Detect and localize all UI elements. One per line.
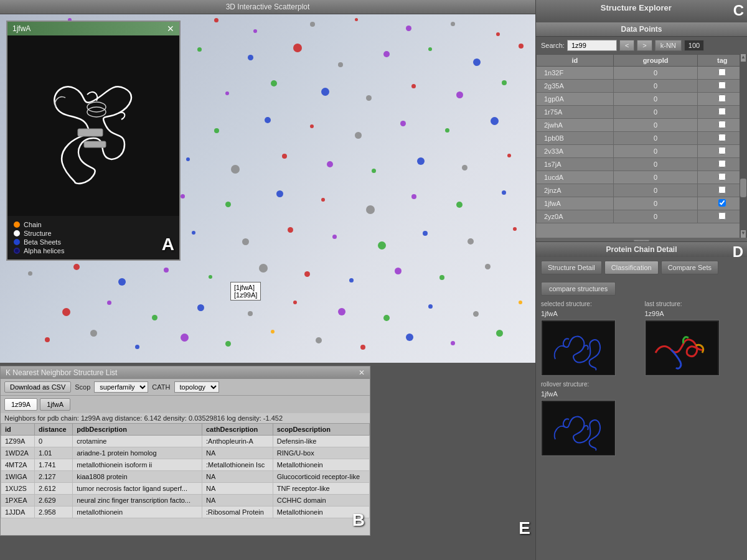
prev-button[interactable]: <	[619, 40, 634, 51]
dp-table-row[interactable]: 1s7jA 0	[537, 158, 747, 171]
legend-alpha-dot	[14, 248, 20, 254]
section-label-c: C	[733, 2, 744, 19]
section-label-b: B	[352, 510, 365, 530]
protein-viewer-close[interactable]: ✕	[167, 24, 174, 34]
next-button[interactable]: >	[637, 40, 652, 51]
dp-table-row[interactable]: 1ucdA 0	[537, 171, 747, 184]
dp-scroll-down[interactable]: ▼	[741, 230, 746, 238]
dp-tag-checkbox[interactable]	[718, 82, 726, 89]
scatter-dot	[209, 275, 212, 279]
dp-tag-checkbox[interactable]	[718, 134, 726, 141]
tab-classification[interactable]: Classification	[604, 261, 659, 274]
legend-structure-dot	[14, 230, 20, 236]
knn-cell-distance: 0	[35, 436, 73, 447]
dp-tag-checkbox[interactable]	[718, 199, 726, 207]
knn-table-container[interactable]: id distance pdbDescription cathDescripti…	[1, 423, 370, 535]
dp-tag-checkbox[interactable]	[718, 121, 726, 128]
tab-structure-detail[interactable]: Structure Detail	[541, 261, 602, 274]
compare-structures-button[interactable]: compare structures	[541, 282, 616, 296]
scatter-dot	[355, 132, 362, 139]
knn-table-row[interactable]: 1JJDA 2.958 metallothionein :Ribosomal P…	[1, 506, 370, 518]
dp-tag-checkbox[interactable]	[718, 95, 726, 102]
knn-cell-pdb: ariadne-1 protein homolog	[73, 447, 202, 459]
dp-tag-checkbox[interactable]	[718, 147, 726, 154]
scatter-dot	[491, 117, 499, 125]
scatterplot-title: 3D Interactive Scatterplot	[0, 0, 535, 14]
dp-table-row[interactable]: 2jnzA 0	[537, 184, 747, 197]
knn-title: K Nearest Neighbor Structure List	[6, 368, 117, 377]
scatter-dot	[271, 330, 275, 334]
dp-cell-groupid: 0	[613, 106, 698, 119]
dp-table-row[interactable]: 1n32F 0	[537, 67, 747, 80]
scatter-dot	[90, 330, 97, 337]
scop-select[interactable]: superfamily	[94, 381, 148, 393]
knn-col-scop: scopDescription	[273, 424, 369, 436]
download-csv-button[interactable]: Download as CSV	[4, 381, 71, 393]
dp-scroll-up[interactable]: ▲	[741, 54, 746, 62]
scatter-dot	[310, 22, 315, 27]
dp-tag-checkbox[interactable]	[718, 212, 726, 220]
dp-tag-checkbox[interactable]	[718, 160, 726, 167]
knn-table-row[interactable]: 1PXEA 2.629 neural zinc finger transcrip…	[1, 495, 370, 506]
knn-table-row[interactable]: 1WIGA 2.127 kiaa1808 protein NA Glucocor…	[1, 471, 370, 483]
dp-tag-checkbox[interactable]	[718, 173, 726, 180]
scatter-dot	[502, 190, 506, 195]
dp-tag-checkbox[interactable]	[718, 186, 726, 194]
dp-table-row[interactable]: 2jwhA 0	[537, 119, 747, 132]
dp-table-row[interactable]: 1gp0A 0	[537, 93, 747, 106]
search-input[interactable]	[567, 40, 617, 51]
scatter-dot	[293, 301, 297, 304]
knn-table-row[interactable]: 1WD2A 1.01 ariadne-1 protein homolog NA …	[1, 447, 370, 459]
protein-viewer: 1jfwA ✕	[6, 21, 181, 261]
scatter-dot	[428, 47, 432, 51]
dp-cell-groupid: 0	[613, 67, 698, 80]
dp-tag-checkbox[interactable]	[718, 68, 726, 76]
legend-beta: Beta Sheets	[14, 238, 173, 246]
bottom-section: K Nearest Neighbor Structure List ✕ Down…	[0, 363, 535, 543]
dp-table-row[interactable]: 2g35A 0	[537, 80, 747, 93]
knn-cell-distance: 2.127	[35, 471, 73, 483]
knn-close-icon[interactable]: ✕	[359, 368, 365, 377]
knn-cell-cath: NA	[202, 495, 273, 506]
scatter-dot	[73, 264, 80, 270]
knn-button[interactable]: k-NN	[655, 40, 682, 51]
dp-table-row[interactable]: 2v33A 0	[537, 145, 747, 158]
dp-cell-id: 1jfwA	[537, 197, 614, 210]
knn-cell-cath: :Ribosomal Protein	[202, 506, 273, 518]
dp-table-row[interactable]: 1pb0B 0	[537, 132, 747, 145]
knn-tab-1z99a[interactable]: 1z99A	[4, 398, 37, 411]
knn-table-row[interactable]: 1XU2S 2.612 tumor necrosis factor ligand…	[1, 483, 370, 495]
knn-table-row[interactable]: 1Z99A 0 crotamine :Anthopleurin-A Defens…	[1, 436, 370, 447]
knn-cell-pdb: crotamine	[73, 436, 202, 447]
scatter-dot	[181, 194, 185, 198]
tab-compare-sets[interactable]: Compare Sets	[661, 261, 718, 274]
data-points-table-container[interactable]: id groupId tag 1n32F 0 2g35A 0 1gp0A 0 1…	[536, 54, 747, 238]
scatter-dot	[271, 80, 277, 86]
knn-col-id: id	[1, 424, 35, 436]
dp-table-row[interactable]: 1jfwA 0	[537, 197, 747, 210]
cath-select[interactable]: topology	[174, 381, 219, 393]
knn-titlebar: K Nearest Neighbor Structure List ✕	[1, 366, 370, 379]
dp-cell-id: 1r75A	[537, 106, 614, 119]
dp-cell-groupid: 0	[613, 171, 698, 184]
scatter-dot	[519, 44, 524, 49]
knn-table: id distance pdbDescription cathDescripti…	[1, 423, 370, 518]
knn-tab-1jfwa[interactable]: 1jfwA	[40, 398, 70, 411]
dp-table-row[interactable]: 1r75A 0	[537, 106, 747, 119]
dp-scrollbar-thumb[interactable]	[740, 179, 746, 197]
dp-tag-checkbox[interactable]	[718, 108, 726, 115]
dp-cell-groupid: 0	[613, 132, 698, 145]
scatter-dot	[293, 44, 302, 52]
scatter-dot	[282, 154, 287, 159]
knn-cell-id: 1XU2S	[1, 483, 35, 495]
dp-table-row[interactable]: 2yz0A 0	[537, 210, 747, 223]
scatter-dot	[197, 304, 204, 311]
scatter-dot	[360, 345, 365, 350]
knn-cell-cath: NA	[202, 483, 273, 495]
scatter-dot	[253, 29, 257, 33]
cath-label: CATH	[152, 383, 170, 391]
knn-col-pdb: pdbDescription	[73, 424, 202, 436]
dp-cell-id: 2jwhA	[537, 119, 614, 132]
scatter-dot	[411, 194, 416, 199]
knn-table-row[interactable]: 4MT2A 1.741 metallothionein isoform ii :…	[1, 459, 370, 471]
